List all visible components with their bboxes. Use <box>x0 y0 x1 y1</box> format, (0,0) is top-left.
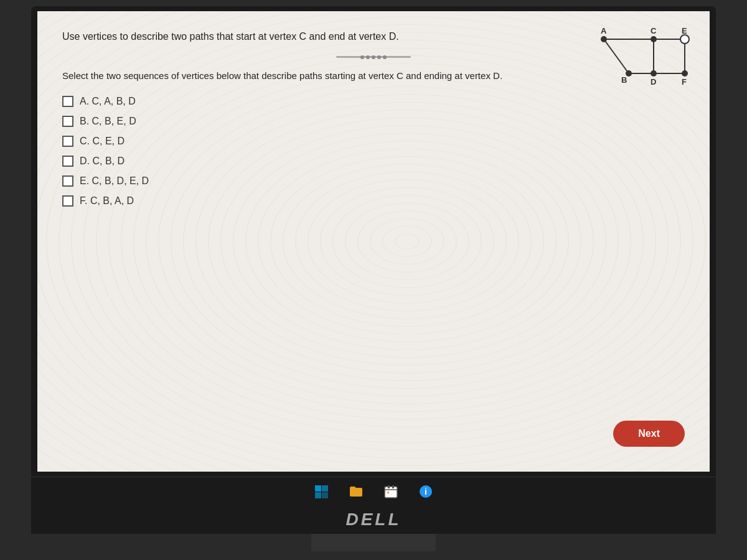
svg-point-15 <box>651 70 657 77</box>
graph-svg: A C E B D F <box>585 24 697 105</box>
calendar-icon[interactable] <box>380 480 402 503</box>
svg-text:F: F <box>682 77 687 86</box>
svg-rect-22 <box>322 492 328 498</box>
quiz-container: Use vertices to describe two paths that … <box>37 11 710 472</box>
graph-diagram: A C E B D F <box>585 24 697 105</box>
svg-line-2 <box>604 39 629 73</box>
svg-rect-25 <box>388 485 390 488</box>
svg-rect-20 <box>322 485 328 492</box>
svg-point-7 <box>601 36 607 42</box>
checkbox-A[interactable] <box>62 96 73 107</box>
svg-point-11 <box>680 35 689 44</box>
svg-text:B: B <box>621 75 627 85</box>
list-item: C. C, E, D <box>62 136 685 147</box>
svg-rect-21 <box>315 492 321 498</box>
taskbar: i <box>31 477 716 505</box>
svg-rect-23 <box>385 487 397 498</box>
next-button[interactable]: Next <box>613 421 685 447</box>
svg-text:D: D <box>651 77 656 86</box>
checkbox-F[interactable] <box>62 195 73 207</box>
svg-text:A: A <box>601 26 607 35</box>
option-label-F: F. C, B, A, D <box>80 195 134 207</box>
svg-point-9 <box>651 36 657 42</box>
option-label-E: E. C, B, D, E, D <box>80 175 149 187</box>
svg-rect-26 <box>392 485 394 488</box>
option-label-C: C. C, E, D <box>80 136 125 147</box>
list-item: E. C, B, D, E, D <box>62 175 685 187</box>
option-label-D: D. C, B, D <box>80 156 125 167</box>
monitor-stand <box>311 534 436 551</box>
list-item: D. C, B, D <box>62 156 685 167</box>
svg-text:E: E <box>682 26 687 35</box>
checkbox-E[interactable] <box>62 175 73 187</box>
dell-brand: DELL <box>345 510 401 530</box>
svg-text:i: i <box>425 487 427 497</box>
option-label-B: B. C, B, E, D <box>80 116 136 127</box>
dell-logo-area: DELL <box>31 505 716 534</box>
svg-rect-27 <box>387 492 389 493</box>
svg-rect-19 <box>315 485 321 492</box>
folder-icon[interactable] <box>345 480 367 503</box>
checkbox-D[interactable] <box>62 156 73 167</box>
option-label-A: A. C, A, B, D <box>80 96 136 107</box>
monitor-base <box>249 551 498 560</box>
checkbox-C[interactable] <box>62 136 73 147</box>
options-list: A. C, A, B, D B. C, B, E, D C. C, E, D D… <box>62 96 685 207</box>
screen-bezel: Use vertices to describe two paths that … <box>31 6 716 477</box>
list-item: F. C, B, A, D <box>62 195 685 207</box>
checkbox-B[interactable] <box>62 116 73 127</box>
list-item: B. C, B, E, D <box>62 116 685 127</box>
svg-point-17 <box>682 70 688 77</box>
divider <box>336 56 411 58</box>
windows-icon[interactable] <box>310 480 332 503</box>
svg-text:C: C <box>651 26 657 35</box>
info-icon[interactable]: i <box>415 480 437 503</box>
